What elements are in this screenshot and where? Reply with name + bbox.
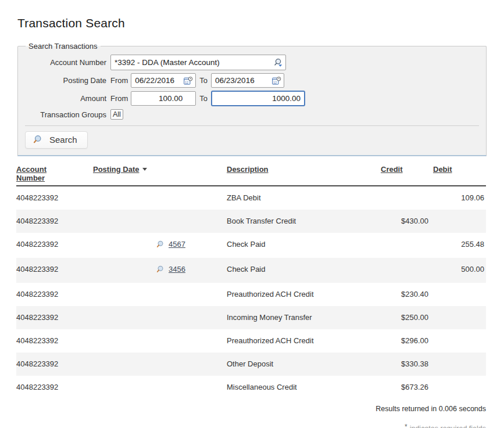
table-row: 4048223392 Preauthorized ACH Credit $230… <box>16 283 486 306</box>
sort-desc-icon <box>142 168 147 171</box>
description-cell: Check Paid <box>227 233 381 258</box>
posting-date-cell <box>93 353 227 376</box>
column-header-debit[interactable]: Debit <box>433 165 486 186</box>
results-table: Account Number Posting Date Description … <box>16 165 486 399</box>
account-number-input[interactable] <box>110 55 286 70</box>
credit-cell: $330.38 <box>381 353 433 376</box>
amount-from-wrap <box>131 91 196 106</box>
svg-text:12: 12 <box>185 80 188 84</box>
debit-cell: 500.00 <box>433 258 486 283</box>
results-time-text: Results returned in 0.006 seconds <box>16 405 486 413</box>
description-sort-link[interactable]: Description <box>227 165 269 174</box>
debit-cell: 109.06 <box>433 186 486 210</box>
credit-cell: $296.00 <box>381 329 433 353</box>
posting-date-to-label: To <box>199 76 208 85</box>
posting-date-cell <box>93 306 227 329</box>
credit-cell: $673.26 <box>381 376 433 399</box>
credit-sort-link[interactable]: Credit <box>381 165 403 174</box>
check-number-link[interactable]: 4567 <box>169 240 185 249</box>
description-cell: Incoming Money Transfer <box>227 306 381 329</box>
amount-from-label: From <box>110 94 128 103</box>
credit-cell: $250.00 <box>381 306 433 329</box>
account-number-cell: 4048223392 <box>16 376 93 399</box>
table-row: 4048223392 4567 Check Paid 255.48 <box>16 233 486 258</box>
calendar-clock-icon[interactable]: 12 <box>184 76 193 85</box>
amount-from-input[interactable] <box>131 91 196 106</box>
account-number-cell: 4048223392 <box>16 306 93 329</box>
posting-date-sort-link[interactable]: Posting Date <box>93 165 139 174</box>
credit-cell <box>381 233 433 258</box>
debit-cell: 255.48 <box>433 233 486 258</box>
amount-to-label: To <box>199 94 208 103</box>
column-header-account-number[interactable]: Account Number <box>16 165 93 186</box>
table-row: 4048223392 Preauthorized ACH Credit $296… <box>16 329 486 353</box>
posting-date-cell <box>93 210 227 233</box>
credit-cell: $230.40 <box>381 283 433 306</box>
posting-date-cell: 3456 <box>93 258 227 283</box>
account-number-cell: 4048223392 <box>16 353 93 376</box>
column-header-credit[interactable]: Credit <box>381 165 433 186</box>
search-button-row: Search <box>25 126 479 155</box>
table-row: 4048223392 Book Transfer Credit $430.00 <box>16 210 486 233</box>
column-header-description[interactable]: Description <box>227 165 381 186</box>
account-number-row: Account Number <box>25 55 479 70</box>
debit-cell <box>433 306 486 329</box>
required-asterisk: * <box>405 423 408 428</box>
posting-date-cell: 4567 <box>93 233 227 258</box>
posting-date-cell <box>93 376 227 399</box>
results-footer: Results returned in 0.006 seconds *indic… <box>16 405 486 428</box>
debit-cell <box>433 283 486 306</box>
debit-cell <box>433 329 486 353</box>
table-row: 4048223392 ZBA Debit 109.06 <box>16 186 486 210</box>
amount-label: Amount <box>25 94 106 103</box>
posting-date-row: Posting Date From 12 To <box>25 73 479 88</box>
column-header-posting-date[interactable]: Posting Date <box>93 165 227 186</box>
view-check-magnifier-icon[interactable] <box>156 265 165 274</box>
debit-cell <box>433 353 486 376</box>
credit-cell <box>381 258 433 283</box>
amount-to-input[interactable] <box>211 91 305 106</box>
view-check-magnifier-icon[interactable] <box>156 240 165 249</box>
posting-date-cell <box>93 329 227 353</box>
transaction-groups-label: Transaction Groups <box>25 110 106 119</box>
description-cell: Preauthorized ACH Credit <box>227 329 381 353</box>
check-number-link[interactable]: 3456 <box>169 265 185 274</box>
calendar-clock-icon[interactable]: 12 <box>272 76 281 85</box>
page-title: Transaction Search <box>17 16 504 30</box>
account-number-cell: 4048223392 <box>16 186 93 210</box>
amount-row: Amount From To <box>25 91 479 106</box>
account-number-field-wrap <box>110 55 286 70</box>
account-number-cell: 4048223392 <box>16 283 93 306</box>
description-cell: Check Paid <box>227 258 381 283</box>
transaction-groups-all-button[interactable]: All <box>110 109 123 120</box>
table-row: 4048223392 Miscellaneous Credit $673.26 <box>16 376 486 399</box>
debit-cell <box>433 210 486 233</box>
required-note-text: indicates required fields <box>410 425 486 428</box>
required-fields-note: *indicates required fields <box>16 423 486 428</box>
transaction-search-page: Transaction Search Search Transactions A… <box>0 0 504 428</box>
transaction-groups-row: Transaction Groups All <box>25 109 479 120</box>
posting-date-from-label: From <box>110 76 128 85</box>
account-number-cell: 4048223392 <box>16 210 93 233</box>
description-cell: Preauthorized ACH Credit <box>227 283 381 306</box>
debit-sort-link[interactable]: Debit <box>433 165 452 174</box>
account-number-sort-link[interactable]: Account Number <box>16 165 56 182</box>
search-magnifier-icon <box>33 135 43 145</box>
check-link-group: 3456 <box>156 265 185 274</box>
search-button-label: Search <box>49 135 77 145</box>
description-cell: Book Transfer Credit <box>227 210 381 233</box>
search-panel-legend: Search Transactions <box>26 42 101 51</box>
amount-to-wrap <box>211 91 305 106</box>
table-row: 4048223392 3456 Check Paid 500.00 <box>16 258 486 283</box>
posting-date-to-wrap: 12 <box>211 73 284 88</box>
description-cell: ZBA Debit <box>227 186 381 210</box>
search-button[interactable]: Search <box>25 131 88 149</box>
debit-cell <box>433 376 486 399</box>
description-cell: Miscellaneous Credit <box>227 376 381 399</box>
account-lookup-magnifier-dropdown-icon[interactable] <box>273 58 283 67</box>
posting-date-cell <box>93 283 227 306</box>
results-header-row: Account Number Posting Date Description … <box>16 165 486 186</box>
credit-cell: $430.00 <box>381 210 433 233</box>
account-number-cell: 4048223392 <box>16 233 93 258</box>
account-number-cell: 4048223392 <box>16 329 93 353</box>
